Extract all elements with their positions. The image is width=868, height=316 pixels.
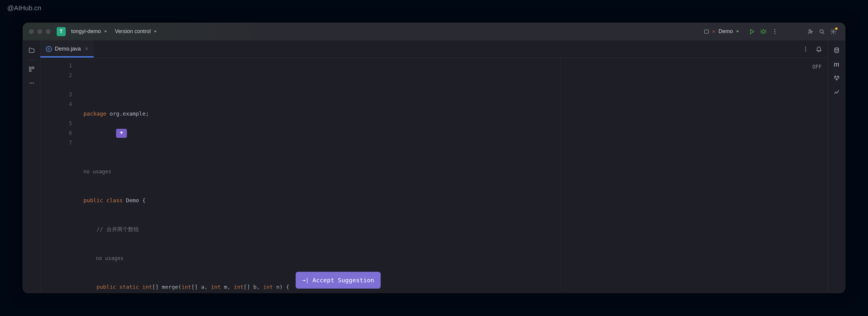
svg-rect-8	[29, 67, 31, 69]
code-with-me-button[interactable]	[805, 26, 816, 37]
vcs-label: Version control	[115, 28, 151, 35]
tab-label: Demo.java	[55, 46, 81, 52]
watermark: @AIHub.cn	[7, 4, 41, 12]
ai-sparkle-icon	[119, 130, 124, 136]
left-tool-rail	[23, 40, 40, 293]
right-tool-rail: m	[828, 40, 845, 293]
structure-icon	[28, 66, 35, 73]
minimize-window-button[interactable]	[37, 29, 42, 34]
titlebar: T tongyi-demo Version control ✕ Demo	[23, 23, 845, 40]
svg-point-1	[762, 30, 765, 33]
gear-icon	[830, 28, 837, 35]
close-tab-button[interactable]: ×	[85, 46, 88, 52]
project-badge: T	[57, 27, 66, 36]
project-name: tongyi-demo	[71, 28, 101, 35]
tab-key-icon: →|	[302, 275, 309, 285]
profiler-tool-button[interactable]	[831, 86, 842, 98]
line-number-gutter: 1 2 3 4 5 6 7	[40, 58, 81, 293]
chevron-down-icon	[104, 31, 107, 33]
svg-point-12	[31, 82, 32, 83]
svg-point-4	[774, 33, 775, 34]
version-control-menu[interactable]: Version control	[113, 27, 159, 36]
editor-tab-bar: C Demo.java ×	[40, 40, 828, 58]
project-tool-button[interactable]	[26, 44, 37, 56]
usages-hint: no usages	[81, 167, 828, 176]
folder-icon	[28, 47, 35, 54]
debug-button[interactable]	[758, 26, 769, 37]
svg-point-2	[774, 29, 775, 30]
notifications-button[interactable]	[813, 43, 825, 55]
chevron-down-icon	[154, 31, 157, 33]
editor-body[interactable]: 1 2 3 4 5 6 7 OFF package org.example; n…	[40, 58, 828, 293]
svg-point-11	[29, 82, 30, 83]
code-line: package org.example;	[81, 109, 828, 118]
code-line: // 合并两个数组	[81, 224, 828, 234]
kebab-icon	[772, 28, 778, 35]
bell-icon	[815, 46, 822, 52]
more-actions-button[interactable]	[769, 26, 781, 37]
ai-assistant-badge[interactable]	[116, 129, 127, 138]
rail-divider	[27, 60, 36, 60]
close-window-button[interactable]	[29, 29, 34, 34]
bug-icon	[760, 28, 767, 35]
people-icon	[807, 28, 814, 35]
editor-pane: C Demo.java × 1 2	[40, 40, 828, 293]
maximize-window-button[interactable]	[46, 29, 51, 34]
content-area: C Demo.java × 1 2	[23, 40, 845, 293]
project-selector[interactable]: tongyi-demo	[69, 27, 110, 36]
code-line: public class Demo {	[81, 196, 828, 205]
kebab-icon	[802, 46, 809, 52]
svg-rect-9	[32, 67, 34, 69]
svg-point-7	[832, 31, 834, 33]
tab-more-button[interactable]	[800, 43, 811, 55]
database-icon	[833, 47, 840, 54]
usages-hint: no usages	[81, 253, 828, 263]
svg-point-16	[805, 50, 806, 51]
play-icon	[749, 28, 755, 35]
svg-rect-0	[704, 30, 708, 33]
svg-point-17	[835, 48, 838, 50]
run-config-icon	[704, 29, 710, 35]
svg-rect-10	[29, 70, 31, 72]
code-area[interactable]: OFF package org.example; no usages publi…	[81, 58, 828, 293]
structure-tool-button[interactable]	[26, 64, 37, 75]
error-indicator-icon: ✕	[712, 29, 715, 34]
accept-suggestion-button[interactable]: →| Accept Suggestion	[296, 272, 381, 289]
tab-demo-java[interactable]: C Demo.java ×	[40, 40, 94, 58]
search-icon	[818, 28, 825, 35]
run-button[interactable]	[746, 26, 758, 37]
svg-point-14	[805, 46, 806, 47]
settings-button[interactable]	[828, 26, 839, 37]
chevron-down-icon	[736, 31, 739, 33]
svg-point-5	[809, 30, 811, 31]
ellipsis-icon	[28, 80, 35, 86]
code-line	[81, 138, 828, 147]
java-class-icon: C	[46, 46, 52, 52]
window-controls	[29, 29, 51, 34]
run-configuration-selector[interactable]: ✕ Demo	[701, 27, 741, 36]
svg-point-15	[805, 48, 806, 49]
database-tool-button[interactable]	[831, 44, 842, 56]
search-everywhere-button[interactable]	[816, 26, 828, 37]
accept-label: Accept Suggestion	[313, 275, 374, 285]
maven-tool-button[interactable]: m	[831, 58, 842, 70]
inspections-off-label[interactable]: OFF	[812, 62, 822, 72]
services-tool-button[interactable]	[831, 72, 842, 84]
chart-icon	[833, 89, 840, 95]
svg-point-6	[820, 30, 824, 33]
more-tools-button[interactable]	[26, 77, 37, 89]
ide-window: T tongyi-demo Version control ✕ Demo	[23, 23, 845, 293]
run-config-label: Demo	[718, 28, 733, 35]
recycle-icon	[833, 75, 840, 81]
svg-point-13	[33, 82, 33, 83]
maven-icon: m	[834, 60, 839, 69]
code-line: public static int[] merge(int[] a, int m…	[81, 282, 828, 292]
svg-point-3	[774, 31, 775, 32]
